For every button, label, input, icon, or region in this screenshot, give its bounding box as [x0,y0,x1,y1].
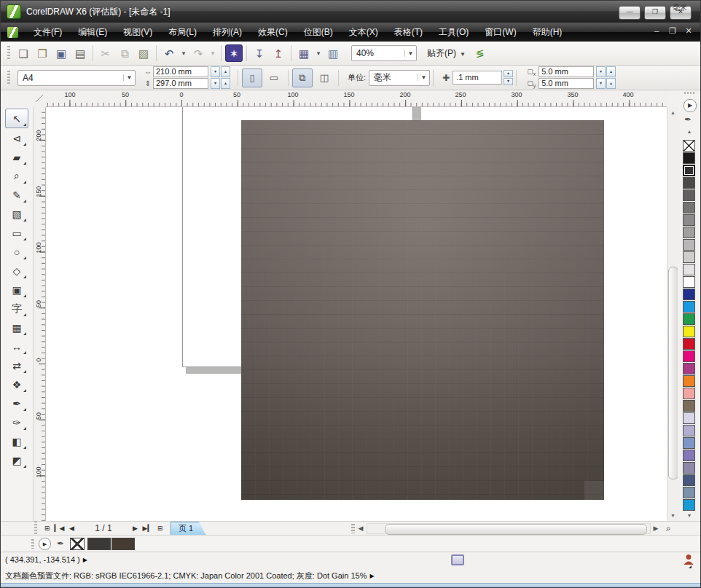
ruler-origin-icon[interactable] [34,90,46,107]
chevron-down-icon[interactable]: ▼ [418,74,429,81]
palette-grip[interactable] [684,92,694,94]
portrait-button[interactable]: ▯ [242,68,262,87]
menu-item-tools[interactable]: 工具(O) [431,23,477,42]
paste-button[interactable]: ▨ [135,44,152,62]
restore-button[interactable]: ❐ [644,6,666,20]
all-pages-button[interactable]: ⧉ [292,68,313,87]
import-button[interactable]: ↧ [251,44,268,62]
menu-item-table[interactable]: 表格(T) [386,23,431,42]
duplicate-x-spin-up[interactable]: ▴ [606,66,616,77]
paper-height-spin-down[interactable]: ▾ [211,78,220,89]
chevron-down-icon[interactable]: ▼ [123,74,135,81]
scroll-down-icon[interactable]: ▼ [667,510,678,521]
scroll-right-icon[interactable]: ▶ [651,525,661,532]
copy-button[interactable]: ⧉ [116,44,133,62]
last-page-button[interactable]: ▶▎ [141,525,154,532]
steel-blue-swatch[interactable] [683,487,695,498]
open-button[interactable]: ❐ [34,44,51,62]
interactive-fill-tool[interactable]: ◩ [6,451,28,469]
flyout-arrow-icon[interactable]: ▶ [369,573,374,579]
nudge-distance-field[interactable]: .1 mm [453,71,502,85]
menu-item-arrange[interactable]: 排列(A) [205,23,250,42]
application-launcher-button[interactable]: ▦ [295,44,313,62]
menu-item-edit[interactable]: 编辑(E) [70,23,115,42]
paper-height-field[interactable]: 297.0 mm [153,78,208,89]
table-tool[interactable]: ▦ [6,318,28,337]
no-color-swatch[interactable] [683,140,695,152]
fill-tool[interactable]: ◧ [6,432,28,450]
menu-item-view[interactable]: 视图(V) [115,23,160,42]
menu-item-effects[interactable]: 效果(C) [250,23,296,42]
polygon-tool[interactable]: ◇ [6,262,28,280]
redo-options-button[interactable]: ▾ [208,44,217,62]
ellipse-tool[interactable]: ○ [6,243,28,261]
minimize-button[interactable]: — [619,6,641,20]
first-page-button[interactable]: ▎◀ [53,525,66,532]
document-minimize-button[interactable]: – [652,26,661,36]
add-page-button[interactable]: ⊞ [41,525,53,532]
menu-item-help[interactable]: 帮助(H) [525,23,571,42]
80-black-swatch[interactable] [683,177,695,189]
periwinkle-swatch[interactable] [683,437,695,449]
horizontal-ruler[interactable]: 10050050100150200250300350400 [46,90,667,107]
document-close-button[interactable]: ✕ [684,26,693,36]
paper-width-field[interactable]: 210.0 mm [153,66,208,77]
toolbar-grip[interactable] [7,46,10,60]
30-black-swatch[interactable] [683,239,695,251]
document-restore-button[interactable]: ❐ [668,26,677,36]
doc-dark-brown-swatch[interactable] [111,538,135,550]
cut-button[interactable]: ✂ [97,44,114,62]
save-button[interactable]: ▣ [52,44,70,62]
redo-button[interactable]: ↷ [189,44,207,62]
cyan-swatch[interactable] [683,301,695,313]
snap-to-dropdown[interactable]: 贴齐(P) ▼ [427,47,470,60]
60-black-swatch[interactable] [683,202,695,213]
next-page-button[interactable]: ▶ [129,525,141,532]
horizontal-scroll-thumb[interactable] [385,524,647,535]
print-button[interactable]: ▤ [71,44,89,62]
pale-lavender-swatch[interactable] [683,412,695,424]
crop-tool[interactable]: ▰ [6,148,28,166]
vertical-ruler[interactable]: 20015010050050100 [34,107,46,521]
scroll-left-icon[interactable]: ◀ [355,525,367,532]
orange-swatch[interactable] [683,375,695,387]
vertical-scroll-thumb[interactable] [668,267,678,479]
menu-item-file[interactable]: 文件(F) [26,23,70,42]
landscape-button[interactable]: ▭ [264,68,284,87]
light-purple-swatch[interactable] [683,425,695,436]
menu-item-window[interactable]: 窗口(W) [477,23,524,42]
doc-no-color-swatch[interactable] [70,538,85,550]
duplicate-x-spin-down[interactable]: ▾ [596,66,606,77]
nudge-spin-down[interactable]: ▾ [504,78,513,85]
menu-item-text[interactable]: 文本(X) [341,23,386,42]
violet-swatch[interactable] [683,363,695,375]
basic-shapes-tool[interactable]: ▣ [6,281,28,299]
zoom-level-combo[interactable]: 40% ▼ [351,45,417,61]
color-eyedropper-tool[interactable]: ✒ [6,394,28,412]
connector-tool[interactable]: ⇄ [6,356,28,375]
title-bar[interactable]: CorelDRAW X6 (评估版) - [未命名 -1] — ❐ ✕ [1,1,700,23]
pan-zoom-icon[interactable]: ⌕ [661,523,675,533]
horizontal-scrollbar[interactable] [367,523,651,534]
undo-options-button[interactable]: ▾ [179,44,188,62]
duplicate-y-spin-down[interactable]: ▾ [596,78,606,89]
gray-purple-swatch[interactable] [683,462,695,474]
20-black-swatch[interactable] [683,251,695,263]
blend-tool[interactable]: ❖ [6,375,28,393]
red-swatch[interactable] [683,338,695,350]
document-palette-flyout-button[interactable]: ▶ [39,538,51,550]
brown-swatch[interactable] [683,400,695,412]
export-button[interactable]: ↥ [270,44,287,62]
duplicate-y-field[interactable]: 5.0 mm [539,78,594,89]
document-palette-grip[interactable] [31,539,34,549]
add-page-button-right[interactable]: ⊞ [154,525,166,532]
page-tab[interactable]: 页 1 [171,522,205,535]
shape-tool[interactable]: ⊲ [6,129,28,147]
paper-width-spin-up[interactable]: ▴ [221,66,230,77]
scroll-up-icon[interactable]: ▲ [667,107,678,118]
app-launcher-options-button[interactable]: ▾ [314,44,323,62]
blue-swatch[interactable] [683,289,695,300]
dimension-tool[interactable]: ↔ [6,337,28,356]
yellow-swatch[interactable] [683,326,695,337]
outline-pen-tool[interactable]: ✑ [6,413,28,431]
